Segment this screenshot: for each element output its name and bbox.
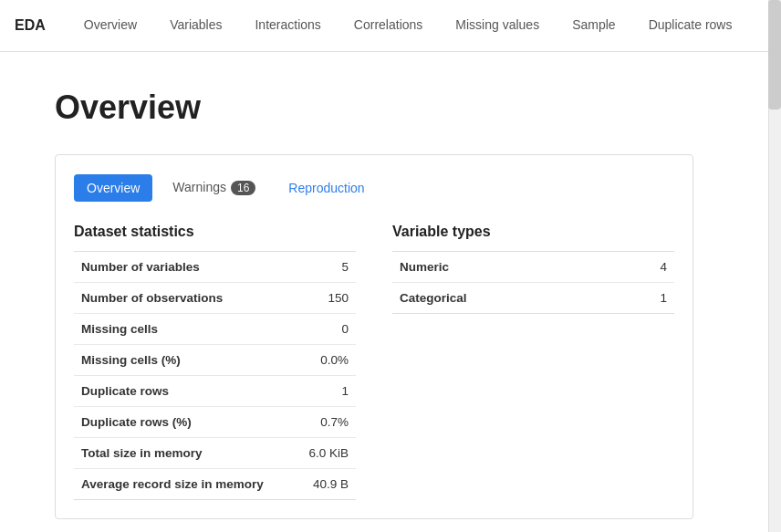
- nav-links: Overview Variables Interactions Correlat…: [68, 0, 749, 51]
- stat-value: 150: [295, 283, 356, 314]
- stat-value: 0.7%: [295, 407, 356, 438]
- scrollbar-thumb[interactable]: [768, 0, 781, 110]
- dataset-stats-heading: Dataset statistics: [74, 224, 356, 240]
- variable-types-table: Numeric4Categorical1: [392, 251, 674, 314]
- main-content: Overview Overview Warnings16 Reproductio…: [0, 52, 748, 532]
- tab-warnings[interactable]: Warnings16: [160, 173, 268, 202]
- table-row: Number of variables5: [74, 252, 356, 283]
- nav-link-missing-values[interactable]: Missing values: [439, 0, 556, 51]
- type-label: Categorical: [392, 283, 616, 314]
- stat-value: 0.0%: [295, 345, 356, 376]
- table-row: Duplicate rows (%)0.7%: [74, 407, 356, 438]
- nav-link-interactions[interactable]: Interactions: [238, 0, 337, 51]
- stat-label: Missing cells (%): [74, 345, 295, 376]
- warnings-badge: 16: [231, 181, 255, 195]
- stat-label: Duplicate rows: [74, 376, 295, 407]
- scrollbar-track[interactable]: [768, 0, 781, 532]
- table-row: Average record size in memory40.9 B: [74, 469, 356, 500]
- nav-link-overview[interactable]: Overview: [68, 0, 153, 51]
- table-row: Missing cells0: [74, 314, 356, 345]
- stat-label: Missing cells: [74, 314, 295, 345]
- stat-label: Duplicate rows (%): [74, 407, 295, 438]
- stat-value: 1: [295, 376, 356, 407]
- table-row: Categorical1: [392, 283, 674, 314]
- table-row: Total size in memory6.0 KiB: [74, 438, 356, 469]
- tab-reproduction[interactable]: Reproduction: [276, 174, 377, 202]
- brand-label: EDA: [15, 17, 46, 34]
- nav-item-variables[interactable]: Variables: [153, 0, 238, 51]
- tab-bar: Overview Warnings16 Reproduction: [74, 173, 674, 202]
- stat-label: Number of variables: [74, 252, 295, 283]
- nav-link-duplicate-rows[interactable]: Duplicate rows: [632, 0, 749, 51]
- type-value: 1: [616, 283, 674, 314]
- nav-link-sample[interactable]: Sample: [556, 0, 631, 51]
- variable-types-heading: Variable types: [392, 224, 674, 240]
- nav-item-sample[interactable]: Sample: [556, 0, 631, 51]
- overview-card: Overview Warnings16 Reproduction Dataset…: [55, 154, 693, 519]
- nav-link-variables[interactable]: Variables: [153, 0, 238, 51]
- dataset-stats-section: Dataset statistics Number of variables5N…: [74, 224, 356, 500]
- type-label: Numeric: [392, 252, 616, 283]
- table-row: Number of observations150: [74, 283, 356, 314]
- variable-types-section: Variable types Numeric4Categorical1: [392, 224, 674, 500]
- stats-grid: Dataset statistics Number of variables5N…: [74, 224, 674, 500]
- tab-warnings-label: Warnings: [172, 180, 226, 194]
- table-row: Duplicate rows1: [74, 376, 356, 407]
- stat-value: 6.0 KiB: [295, 438, 356, 469]
- nav-item-interactions[interactable]: Interactions: [238, 0, 337, 51]
- nav-link-correlations[interactable]: Correlations: [338, 0, 439, 51]
- stat-value: 5: [295, 252, 356, 283]
- nav-item-duplicate-rows[interactable]: Duplicate rows: [632, 0, 749, 51]
- stat-label: Number of observations: [74, 283, 295, 314]
- type-value: 4: [616, 252, 674, 283]
- stat-label: Average record size in memory: [74, 469, 295, 500]
- stat-label: Total size in memory: [74, 438, 295, 469]
- page-title: Overview: [55, 89, 693, 127]
- top-nav: EDA Overview Variables Interactions Corr…: [0, 0, 781, 52]
- tab-overview[interactable]: Overview: [74, 174, 152, 202]
- stat-value: 40.9 B: [295, 469, 356, 500]
- stat-value: 0: [295, 314, 356, 345]
- nav-item-overview[interactable]: Overview: [68, 0, 153, 51]
- nav-item-missing-values[interactable]: Missing values: [439, 0, 556, 51]
- table-row: Missing cells (%)0.0%: [74, 345, 356, 376]
- dataset-stats-table: Number of variables5Number of observatio…: [74, 251, 356, 500]
- table-row: Numeric4: [392, 252, 674, 283]
- nav-item-correlations[interactable]: Correlations: [338, 0, 439, 51]
